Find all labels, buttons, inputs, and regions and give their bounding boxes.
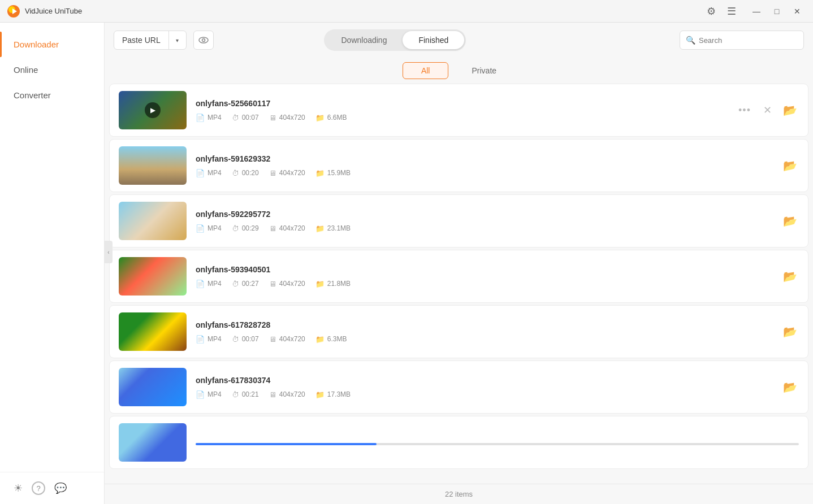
eye-button[interactable] xyxy=(193,31,214,50)
paste-url-label: Paste URL xyxy=(114,31,169,49)
video-thumbnail-5 xyxy=(119,312,187,351)
video-actions-2: 📂 xyxy=(781,157,799,175)
sz-5: 6.3MB xyxy=(327,335,347,343)
fmt-2: MP4 xyxy=(207,169,222,177)
video-info-6: onlyfans-617830374 📄MP4 ⏱00:21 🖥404x720 … xyxy=(196,376,799,399)
sz-6: 17.3MB xyxy=(327,390,351,398)
sidebar-item-online[interactable]: Online xyxy=(0,57,104,82)
chat-button[interactable]: 💬 xyxy=(54,482,67,494)
sidebar-item-downloader[interactable]: Downloader xyxy=(0,32,104,57)
app-title: VidJuice UniTube xyxy=(25,7,82,15)
sz-2: 15.9MB xyxy=(327,169,351,177)
menu-button[interactable]: ☰ xyxy=(723,2,741,20)
duration-1: ⏱ 00:07 xyxy=(232,114,259,122)
video-actions-6: 📂 xyxy=(781,378,799,396)
fmt-4: MP4 xyxy=(207,280,222,288)
finished-tab[interactable]: Finished xyxy=(403,31,464,49)
help-button[interactable]: ? xyxy=(32,481,45,495)
app-logo xyxy=(7,5,20,18)
toolbar: Paste URL ▾ Downloading Finished 🔍 xyxy=(105,23,813,58)
resolution-1: 🖥 404x720 xyxy=(269,114,305,122)
minimize-button[interactable]: — xyxy=(747,2,766,20)
video-info-1: onlyfans-525660117 📄 MP4 ⏱ 00:07 🖥 404 xyxy=(196,99,799,122)
video-thumbnail-1: ▶ xyxy=(119,91,187,129)
res-5: 404x720 xyxy=(279,335,305,343)
folder-button-5[interactable]: 📂 xyxy=(781,323,799,341)
res-3: 404x720 xyxy=(279,224,305,232)
title-bar: VidJuice UniTube ⚙ ☰ — □ ✕ xyxy=(0,0,813,23)
video-actions-4: 📂 xyxy=(781,267,799,285)
dur-6: 00:21 xyxy=(242,390,259,398)
search-input[interactable] xyxy=(699,36,798,45)
item-count: 22 items xyxy=(445,490,473,498)
dur-3: 00:29 xyxy=(242,224,259,232)
maximize-button[interactable]: □ xyxy=(768,2,786,20)
video-meta-1: 📄 MP4 ⏱ 00:07 🖥 404x720 📁 xyxy=(196,114,799,122)
video-actions-3: 📂 xyxy=(781,212,799,230)
file-icon-1: 📁 xyxy=(315,114,325,122)
filter-all[interactable]: All xyxy=(403,62,449,79)
duration-label-1: 00:07 xyxy=(242,114,259,121)
dur-4: 00:27 xyxy=(242,280,259,288)
fmt-5: MP4 xyxy=(207,335,222,343)
video-info-5: onlyfans-617828728 📄MP4 ⏱00:07 🖥404x720 … xyxy=(196,320,799,344)
paste-url-dropdown-icon[interactable]: ▾ xyxy=(169,37,186,44)
video-title-4: onlyfans-593940501 xyxy=(196,265,799,274)
close-button[interactable]: ✕ xyxy=(788,2,806,20)
folder-button-2[interactable]: 📂 xyxy=(781,157,799,175)
video-thumbnail-2 xyxy=(119,146,187,185)
video-meta-3: 📄MP4 ⏱00:29 🖥404x720 📁23.1MB xyxy=(196,224,799,233)
download-toggle: Downloading Finished xyxy=(324,29,466,51)
sidebar-nav: Downloader Online Converter xyxy=(0,23,104,472)
folder-button-3[interactable]: 📂 xyxy=(781,212,799,230)
video-thumbnail-4 xyxy=(119,257,187,296)
folder-button-6[interactable]: 📂 xyxy=(781,378,799,396)
fmt-6: MP4 xyxy=(207,390,222,398)
video-list: ▶ onlyfans-525660117 📄 MP4 ⏱ 00:07 xyxy=(105,81,813,504)
res-4: 404x720 xyxy=(279,280,305,288)
sidebar-collapse-handle[interactable]: ‹ xyxy=(105,241,113,263)
sz-3: 23.1MB xyxy=(327,224,351,232)
more-button-1[interactable]: ••• xyxy=(736,101,754,119)
folder-button-1[interactable]: 📂 xyxy=(781,101,799,119)
filter-private[interactable]: Private xyxy=(453,62,515,79)
sz-4: 21.8MB xyxy=(327,280,351,288)
format-1: 📄 MP4 xyxy=(196,114,222,122)
paste-url-button[interactable]: Paste URL ▾ xyxy=(114,31,187,50)
format-icon-1: 📄 xyxy=(196,114,205,122)
screen-icon-1: 🖥 xyxy=(269,114,276,122)
video-thumbnail-6 xyxy=(119,368,187,406)
video-item-6: onlyfans-617830374 📄MP4 ⏱00:21 🖥404x720 … xyxy=(109,360,808,414)
video-meta-2: 📄MP4 ⏱00:20 🖥404x720 📁15.9MB xyxy=(196,169,799,177)
video-title-1: onlyfans-525660117 xyxy=(196,99,799,108)
close-button-1[interactable]: ✕ xyxy=(758,101,776,119)
video-actions-5: 📂 xyxy=(781,323,799,341)
size-1: 📁 6.6MB xyxy=(315,114,347,122)
sidebar-item-online-label: Online xyxy=(14,65,38,75)
folder-button-4[interactable]: 📂 xyxy=(781,267,799,285)
format-label-1: MP4 xyxy=(207,114,222,121)
play-overlay-1[interactable]: ▶ xyxy=(145,102,161,118)
sidebar-item-converter[interactable]: Converter xyxy=(0,82,104,108)
video-info-7 xyxy=(196,440,799,445)
video-title-6: onlyfans-617830374 xyxy=(196,376,799,385)
video-meta-4: 📄MP4 ⏱00:27 🖥404x720 📁21.8MB xyxy=(196,280,799,288)
search-icon: 🔍 xyxy=(686,36,695,45)
search-box: 🔍 xyxy=(680,31,804,50)
theme-toggle-button[interactable]: ☀ xyxy=(14,482,23,494)
svg-point-3 xyxy=(199,37,208,43)
settings-button[interactable]: ⚙ xyxy=(702,2,720,20)
video-item-2: onlyfans-591629332 📄MP4 ⏱00:20 🖥404x720 … xyxy=(109,139,808,192)
sidebar-item-downloader-label: Downloader xyxy=(14,40,59,49)
title-bar-icons: ⚙ ☰ xyxy=(702,2,741,20)
filter-tabs: All Private xyxy=(105,58,813,81)
status-bar: 22 items xyxy=(105,484,813,504)
video-item-7 xyxy=(109,416,808,469)
resolution-label-1: 404x720 xyxy=(279,114,305,121)
window-controls: — □ ✕ xyxy=(747,2,806,20)
downloading-tab[interactable]: Downloading xyxy=(326,31,403,49)
progress-bar-container-7 xyxy=(196,443,799,445)
app-branding: VidJuice UniTube xyxy=(7,5,82,18)
video-title-3: onlyfans-592295772 xyxy=(196,210,799,219)
fmt-3: MP4 xyxy=(207,224,222,232)
